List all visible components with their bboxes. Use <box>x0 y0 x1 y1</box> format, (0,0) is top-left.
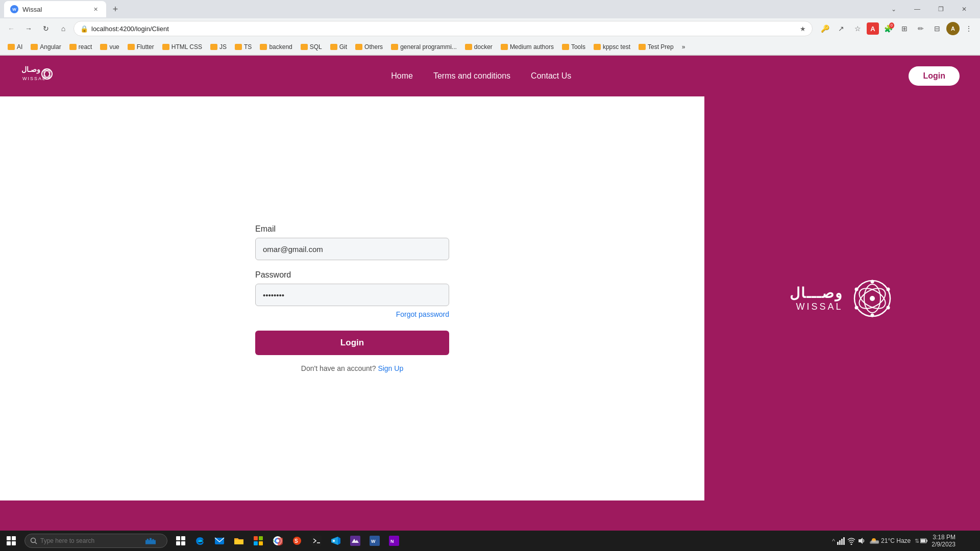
taskbar-edge-icon[interactable] <box>191 532 209 550</box>
right-panel: وصـــال WISSAL <box>704 96 980 500</box>
close-button[interactable]: ✕ <box>952 0 976 18</box>
refresh-button[interactable]: ↻ <box>39 21 53 36</box>
weather-icon <box>870 537 879 544</box>
taskbar-app12-icon[interactable]: N <box>385 532 403 550</box>
svg-rect-29 <box>259 536 263 540</box>
bookmark-vue[interactable]: vue <box>96 42 122 52</box>
more-tabs-button[interactable]: ⌄ <box>882 0 905 18</box>
svg-marker-49 <box>859 538 863 544</box>
bookmark-angular[interactable]: Angular <box>27 42 64 52</box>
bookmark-vue-label: vue <box>109 43 119 51</box>
taskbar-app6-icon[interactable]: S <box>288 532 306 550</box>
browser-toolbar: ← → ↻ ⌂ 🔒 localhost:4200/login/Client ★ … <box>0 18 980 39</box>
bookmark-general-label: general programmi... <box>400 43 457 51</box>
taskbar-view-button[interactable] <box>172 532 190 550</box>
bookmark-star-icon[interactable]: ☆ <box>850 21 865 36</box>
taskbar-app11-icon[interactable]: W <box>365 532 384 550</box>
password-key-icon[interactable]: 🔑 <box>818 21 832 36</box>
svg-rect-46 <box>841 539 843 545</box>
email-input[interactable] <box>255 238 449 260</box>
bookmark-ai[interactable]: AI <box>4 42 26 52</box>
taskbar-chrome-icon[interactable] <box>268 532 287 550</box>
more-options-icon[interactable]: ⋮ <box>962 21 976 36</box>
taskbar-store-icon[interactable] <box>249 532 267 550</box>
taskbar-vscode-icon[interactable] <box>327 532 345 550</box>
bookmark-backend[interactable]: backend <box>256 42 296 52</box>
taskbar-city-icon <box>145 537 156 545</box>
bookmark-more[interactable]: » <box>678 42 689 52</box>
bookmark-folder-icon <box>639 44 646 50</box>
bookmark-html-css-label: HTML CSS <box>172 43 202 51</box>
pen-icon[interactable]: ✏ <box>914 21 928 36</box>
taskbar-mail-icon[interactable] <box>210 532 229 550</box>
bookmark-docker-label: docker <box>474 43 493 51</box>
login-submit-button[interactable]: Login <box>255 331 449 355</box>
panel-logo: وصـــال WISSAL <box>790 276 895 321</box>
nav-contact-link[interactable]: Contact Us <box>531 71 571 81</box>
password-input[interactable] <box>255 284 449 306</box>
bookmark-folder-icon <box>355 44 362 50</box>
taskbar-explorer-icon[interactable] <box>230 532 248 550</box>
start-button[interactable] <box>0 531 22 551</box>
show-desktop-button[interactable] <box>960 534 976 548</box>
bookmark-js-label: JS <box>219 43 227 51</box>
bookmark-folder-icon <box>330 44 337 50</box>
taskbar-search-box[interactable] <box>24 534 167 548</box>
svg-point-9 <box>870 296 875 301</box>
bookmark-js[interactable]: JS <box>207 42 230 52</box>
taskbar-clock[interactable]: 3:18 PM 2/9/2023 <box>932 534 955 548</box>
bookmark-test-prep[interactable]: Test Prep <box>635 42 677 52</box>
bookmark-general[interactable]: general programmi... <box>387 42 460 52</box>
footer-bar <box>0 500 980 531</box>
bookmark-docker[interactable]: docker <box>461 42 496 52</box>
bookmark-folder-icon <box>391 44 398 50</box>
tray-chevron[interactable]: ^ <box>832 537 835 545</box>
bookmark-tools[interactable]: Tools <box>558 42 589 52</box>
profile-avatar[interactable]: A <box>946 22 960 35</box>
bookmark-ai-label: AI <box>17 43 22 51</box>
taskbar: S W <box>0 531 980 551</box>
taskbar-terminal-icon[interactable] <box>307 532 326 550</box>
bookmark-others[interactable]: Others <box>352 42 386 52</box>
back-button[interactable]: ← <box>4 21 18 36</box>
login-nav-button[interactable]: Login <box>909 66 960 86</box>
svg-rect-45 <box>839 540 841 545</box>
bookmark-flutter[interactable]: Flutter <box>124 42 158 52</box>
bookmark-git[interactable]: Git <box>327 42 351 52</box>
browser-tab[interactable]: W Wissal ✕ <box>4 1 106 17</box>
panel-logo-arabic: وصـــال <box>790 285 843 302</box>
bookmark-html-css[interactable]: HTML CSS <box>159 42 206 52</box>
svg-rect-44 <box>837 542 839 545</box>
nav-terms-link[interactable]: Terms and conditions <box>433 71 510 81</box>
bookmark-angular-label: Angular <box>40 43 61 51</box>
bookmark-ts[interactable]: TS <box>231 42 255 52</box>
svg-rect-20 <box>150 538 152 542</box>
share-icon[interactable]: ↗ <box>834 21 848 36</box>
forward-button[interactable]: → <box>21 21 36 36</box>
new-tab-button[interactable]: + <box>108 2 122 16</box>
puzzle-icon[interactable]: ⊞ <box>897 21 912 36</box>
bookmark-medium[interactable]: Medium authors <box>497 42 557 52</box>
home-button[interactable]: ⌂ <box>56 21 70 36</box>
taskbar-search-input[interactable] <box>40 537 142 544</box>
system-tray-icons: ^ <box>832 537 866 545</box>
svg-point-12 <box>854 288 858 291</box>
extension-badge: 0 <box>889 22 894 29</box>
forgot-password-link[interactable]: Forgot password <box>255 310 449 318</box>
minimize-button[interactable]: — <box>905 0 929 18</box>
taskbar-system-tray: ^ 21°C Haze <box>832 534 980 548</box>
signup-text-container: Don't have an account? Sign Up <box>255 364 449 372</box>
bookmark-git-label: Git <box>339 43 347 51</box>
bookmark-sql[interactable]: SQL <box>297 42 326 52</box>
tab-close-button[interactable]: ✕ <box>91 5 100 14</box>
svg-point-15 <box>886 288 890 291</box>
svg-text:W: W <box>371 539 376 544</box>
nav-home-link[interactable]: Home <box>391 71 413 81</box>
taskbar-app10-icon[interactable] <box>346 532 364 550</box>
sidebar-icon[interactable]: ⊟ <box>930 21 944 36</box>
bookmark-react[interactable]: react <box>66 42 96 52</box>
signup-link[interactable]: Sign Up <box>378 364 403 372</box>
bookmark-kppsc[interactable]: kppsc test <box>590 42 634 52</box>
address-bar[interactable]: 🔒 localhost:4200/login/Client ★ <box>74 21 813 36</box>
maximize-button[interactable]: ❐ <box>929 0 952 18</box>
